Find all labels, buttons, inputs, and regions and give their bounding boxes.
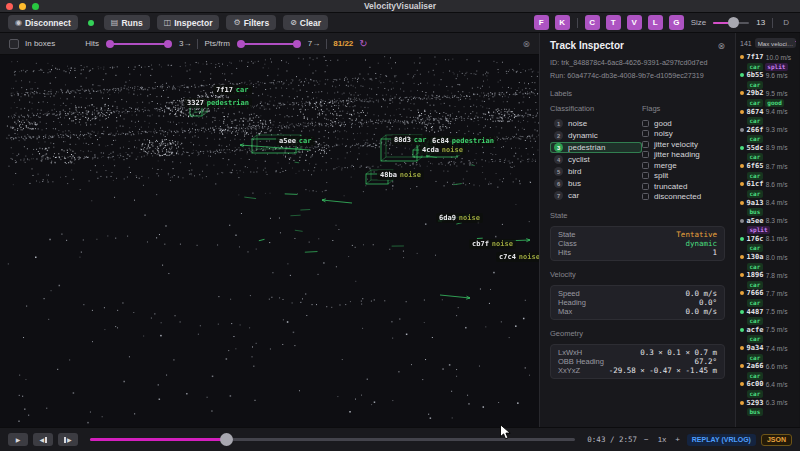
- step-forward-button[interactable]: ▶: [58, 433, 78, 446]
- speed-down-button[interactable]: −: [642, 435, 651, 444]
- track-label-id: 6da9: [439, 213, 456, 223]
- collapse-filter-bar-icon[interactable]: ⊗: [522, 39, 530, 49]
- timeline-slider[interactable]: [90, 438, 575, 441]
- flag-checkbox[interactable]: [642, 183, 649, 190]
- track-list-item[interactable]: 8674 9.4 m/s car: [740, 108, 796, 123]
- hotkey-button[interactable]: L: [648, 15, 663, 30]
- classification-option[interactable]: 7 car: [550, 190, 642, 201]
- pts-slider-handle-max[interactable]: [293, 40, 301, 48]
- flag-checkbox[interactable]: [642, 141, 649, 148]
- pts-slider-handle-min[interactable]: [237, 40, 245, 48]
- hits-slider-handle-min[interactable]: [106, 40, 114, 48]
- disconnect-button[interactable]: ◉ Disconnect: [8, 15, 78, 30]
- track-label[interactable]: 3327 pedestrian: [184, 98, 252, 108]
- track-list-item[interactable]: 130a 8.0 m/s car: [740, 253, 796, 268]
- pts-range-slider[interactable]: [240, 43, 298, 45]
- point-size-slider[interactable]: [713, 22, 749, 24]
- flag-option[interactable]: merge: [642, 160, 725, 171]
- track-list-item[interactable]: 6c00 6.4 m/s car: [740, 380, 796, 395]
- track-label[interactable]: a5ee car: [276, 136, 315, 146]
- hotkey-d-button[interactable]: D: [780, 18, 792, 27]
- hotkey-button[interactable]: C: [585, 15, 600, 30]
- track-status-dot: [740, 182, 744, 186]
- track-item-velocity: 8.6 m/s: [766, 181, 788, 188]
- sort-dropdown[interactable]: Max veloci…: [755, 38, 796, 48]
- timeline-handle[interactable]: [220, 433, 233, 446]
- track-list-item[interactable]: 6f65 8.7 m/s car: [740, 162, 796, 177]
- track-list-item[interactable]: 2a66 6.6 m/s car: [740, 362, 796, 377]
- json-badge[interactable]: JSON: [761, 434, 792, 446]
- track-item-id: 176c: [747, 235, 764, 243]
- track-list-item[interactable]: 266f 9.3 m/s car: [740, 126, 796, 141]
- hits-value: 3→: [179, 39, 191, 48]
- track-list-item[interactable]: 1896 7.8 m/s car: [740, 271, 796, 286]
- track-label[interactable]: c7c4 noise: [496, 252, 539, 262]
- track-list-item[interactable]: 5293 6.3 m/s bus: [740, 399, 796, 414]
- track-list-item[interactable]: 176c 8.1 m/s car: [740, 235, 796, 250]
- classification-option[interactable]: 1 noise: [550, 118, 642, 129]
- hotkey-button[interactable]: F: [534, 15, 549, 30]
- runs-label: Runs: [121, 18, 142, 28]
- track-list-item[interactable]: 29b2 9.5 m/s car good: [740, 89, 796, 104]
- power-icon: ◉: [15, 19, 22, 27]
- step-back-button[interactable]: ◀: [33, 433, 53, 446]
- flag-option[interactable]: jitter heading: [642, 150, 725, 161]
- clear-button[interactable]: ⊘ Clear: [283, 15, 328, 30]
- track-item-id: 55dc: [747, 144, 764, 152]
- track-list-item[interactable]: 61cf 8.6 m/s car: [740, 180, 796, 195]
- hotkey-button[interactable]: K: [555, 15, 570, 30]
- inspector-button[interactable]: ◫ Inspector: [157, 15, 220, 30]
- track-list-item[interactable]: 4487 7.5 m/s car: [740, 308, 796, 323]
- flag-option[interactable]: good: [642, 118, 725, 129]
- play-button[interactable]: ▶: [8, 433, 28, 446]
- track-list-item[interactable]: 6b55 9.6 m/s car: [740, 71, 796, 86]
- flag-checkbox[interactable]: [642, 193, 649, 200]
- flag-checkbox[interactable]: [642, 162, 649, 169]
- classification-option[interactable]: 3 pedestrian: [550, 142, 642, 153]
- runs-button[interactable]: ▤ Runs: [104, 15, 150, 30]
- point-cloud-canvas[interactable]: [0, 55, 539, 427]
- classification-option[interactable]: 6 bus: [550, 178, 642, 189]
- hits-slider-handle-max[interactable]: [164, 40, 172, 48]
- classification-option[interactable]: 5 bird: [550, 166, 642, 177]
- flag-option[interactable]: jitter velocity: [642, 139, 725, 150]
- track-list-item[interactable]: 7666 7.7 m/s car: [740, 289, 796, 304]
- classification-option[interactable]: 2 dynamic: [550, 130, 642, 141]
- flag-option[interactable]: split: [642, 171, 725, 182]
- track-list-item[interactable]: a5ee 8.3 m/s split: [740, 217, 796, 232]
- hits-range-slider[interactable]: [109, 43, 169, 45]
- track-label[interactable]: 4cda noise: [419, 145, 466, 155]
- flag-checkbox[interactable]: [642, 151, 649, 158]
- flag-checkbox[interactable]: [642, 172, 649, 179]
- flag-option[interactable]: truncated: [642, 181, 725, 192]
- track-item-tag: bus: [747, 208, 763, 216]
- flag-checkbox[interactable]: [642, 120, 649, 127]
- track-label[interactable]: 48ba noise: [377, 170, 424, 180]
- flag-option[interactable]: noisy: [642, 129, 725, 140]
- track-label[interactable]: 6da9 noise: [436, 213, 483, 223]
- refresh-icon[interactable]: ↻: [359, 38, 367, 49]
- hotkey-button[interactable]: G: [669, 15, 684, 30]
- flag-checkbox[interactable]: [642, 130, 649, 137]
- track-item-velocity: 9.6 m/s: [766, 72, 788, 79]
- track-list-item[interactable]: 9a13 8.4 m/s bus: [740, 199, 796, 214]
- inspector-close-icon[interactable]: ⊗: [717, 41, 725, 51]
- replay-source-badge[interactable]: REPLAY (VRLOG): [687, 434, 756, 446]
- point-size-slider-handle[interactable]: [728, 17, 739, 28]
- filters-button[interactable]: ⚙ Filters: [226, 15, 276, 30]
- track-label[interactable]: 88d3 car: [391, 135, 430, 145]
- track-label[interactable]: cb7f noise: [469, 239, 516, 249]
- track-list-item[interactable]: 7f17 10.0 m/s car split: [740, 53, 796, 68]
- speed-up-button[interactable]: +: [673, 435, 682, 444]
- hotkey-button[interactable]: V: [627, 15, 642, 30]
- classification-option[interactable]: 4 cyclist: [550, 154, 642, 165]
- track-list-item[interactable]: 55dc 8.9 m/s car: [740, 144, 796, 159]
- panel-icon: ◫: [164, 19, 172, 27]
- flag-option[interactable]: disconnected: [642, 192, 725, 203]
- track-list-item[interactable]: 9a34 7.4 m/s car: [740, 344, 796, 359]
- track-label[interactable]: 7f17 car: [213, 85, 252, 95]
- track-status-dot: [740, 73, 744, 77]
- hotkey-button[interactable]: T: [606, 15, 621, 30]
- in-boxes-checkbox[interactable]: [9, 39, 19, 49]
- track-list-item[interactable]: acfe 7.5 m/s car: [740, 326, 796, 341]
